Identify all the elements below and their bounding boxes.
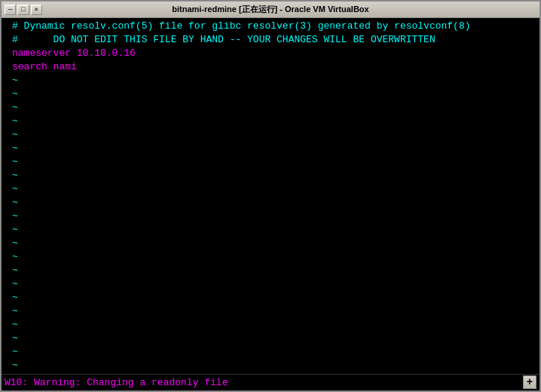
terminal-empty-line: ~ — [12, 101, 539, 115]
terminal-line-2: # DO NOT EDIT THIS FILE BY HAND -- YOUR … — [12, 33, 539, 47]
terminal-empty-line: ~ — [12, 359, 539, 372]
terminal-empty-line: ~ — [12, 87, 539, 101]
terminal-content: # Dynamic resolv.conf(5) file for glibc … — [12, 18, 539, 374]
terminal-empty-line: ~ — [12, 345, 539, 359]
terminal-empty-line: ~ — [12, 128, 539, 142]
terminal-empty-line: ~ — [12, 250, 539, 264]
terminal-empty-line: ~ — [12, 210, 539, 223]
terminal-empty-line: ~ — [12, 277, 539, 291]
virtualbox-window: ─ □ ✕ bitnami-redmine [正在运行] - Oracle VM… — [0, 0, 541, 392]
maximize-button[interactable]: □ — [17, 5, 29, 15]
terminal-line-1: # Dynamic resolv.conf(5) file for glibc … — [12, 20, 539, 33]
title-bar: ─ □ ✕ bitnami-redmine [正在运行] - Oracle VM… — [2, 2, 539, 18]
close-button[interactable]: ✕ — [31, 5, 42, 15]
vim-status-bar: W10: Warning: Changing a readonly file + — [2, 374, 539, 390]
line-numbers-gutter — [2, 18, 8, 75]
terminal-empty-line: ~ — [12, 264, 539, 277]
terminal-empty-line: ~ — [12, 332, 539, 345]
terminal-empty-line: ~ — [12, 223, 539, 237]
terminal-empty-line: ~ — [12, 182, 539, 196]
terminal-empty-line: ~ — [12, 196, 539, 210]
terminal-empty-line: ~ — [12, 155, 539, 169]
terminal-empty-line: ~ — [12, 305, 539, 318]
terminal-empty-line: ~ — [12, 142, 539, 155]
terminal-empty-line: ~ — [12, 74, 539, 87]
warning-message: W10: Warning: Changing a readonly file — [5, 377, 228, 388]
terminal-empty-line: ~ — [12, 169, 539, 182]
terminal-empty-line: ~ — [12, 291, 539, 305]
terminal-empty-line: ~ — [12, 318, 539, 332]
terminal-empty-line: ~ — [12, 237, 539, 250]
terminal-line-4: search nami — [12, 60, 539, 74]
window-title: bitnami-redmine [正在运行] - Oracle VM Virtu… — [42, 4, 499, 15]
plus-button[interactable]: + — [523, 375, 536, 389]
minimize-button[interactable]: ─ — [5, 5, 16, 15]
terminal-line-3: nameserver 10.10.0.16 — [12, 47, 539, 60]
terminal-empty-line: ~ — [12, 115, 539, 128]
terminal-viewport[interactable]: # Dynamic resolv.conf(5) file for glibc … — [2, 18, 539, 374]
